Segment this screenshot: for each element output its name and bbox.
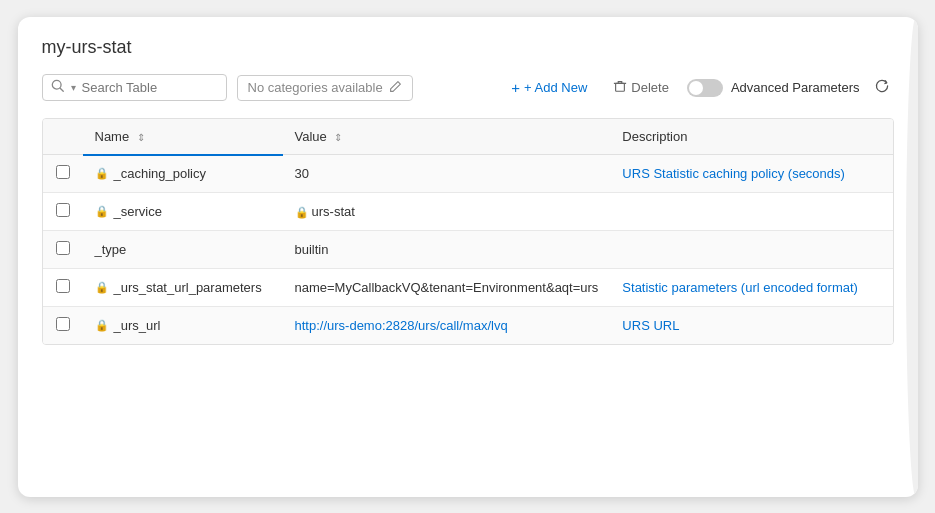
col-desc-label: Description	[622, 129, 687, 144]
row-checkbox-cell[interactable]	[43, 269, 83, 307]
advanced-params-toggle-wrap: Advanced Parameters	[687, 79, 860, 97]
row-value-cell: builtin	[283, 231, 611, 269]
refresh-button[interactable]	[870, 74, 894, 102]
row-description: URS Statistic caching policy (seconds)	[622, 166, 845, 181]
search-box[interactable]: ▾	[42, 74, 227, 101]
table-row: 🔒_urs_urlhttp://urs-demo:2828/urs/call/m…	[43, 307, 893, 345]
toolbar: ▾ No categories available + + Add New	[42, 74, 894, 102]
table-row: 🔒_urs_stat_url_parametersname=MyCallback…	[43, 269, 893, 307]
search-input[interactable]	[82, 80, 218, 95]
lock-icon: 🔒	[295, 206, 309, 218]
row-value-cell: http://urs-demo:2828/urs/call/max/lvq	[283, 307, 611, 345]
col-name-label: Name	[95, 129, 130, 144]
lock-icon: 🔒	[95, 281, 109, 294]
row-checkbox[interactable]	[56, 165, 70, 179]
row-value: builtin	[295, 242, 329, 257]
row-name-cell: 🔒_caching_policy	[83, 155, 283, 193]
page-title: my-urs-stat	[42, 37, 894, 58]
row-value: urs-stat	[312, 204, 355, 219]
row-name-cell: 🔒_urs_url	[83, 307, 283, 345]
data-table: Name ⇕ Value ⇕ Description 🔒_caching_pol…	[43, 119, 893, 345]
row-name: _service	[114, 204, 162, 219]
row-value: name=MyCallbackVQ&tenant=Environment&aqt…	[295, 280, 599, 295]
row-checkbox[interactable]	[56, 203, 70, 217]
trash-icon	[613, 79, 627, 96]
table-row: _typebuiltin	[43, 231, 893, 269]
add-new-label: + Add New	[524, 80, 587, 95]
add-icon: +	[511, 79, 520, 96]
row-description-cell: URS Statistic caching policy (seconds)	[610, 155, 892, 193]
row-name: _caching_policy	[114, 166, 207, 181]
name-sort-icon: ⇕	[137, 132, 145, 143]
row-description-cell	[610, 193, 892, 231]
search-icon	[51, 79, 65, 96]
row-value-cell: 30	[283, 155, 611, 193]
row-checkbox[interactable]	[56, 279, 70, 293]
row-name: _urs_url	[114, 318, 161, 333]
row-value-link[interactable]: http://urs-demo:2828/urs/call/max/lvq	[295, 318, 508, 333]
advanced-params-toggle[interactable]	[687, 79, 723, 97]
row-value-cell: 🔒urs-stat	[283, 193, 611, 231]
lock-icon: 🔒	[95, 205, 109, 218]
row-name: _type	[95, 242, 127, 257]
delete-label: Delete	[631, 80, 669, 95]
row-checkbox[interactable]	[56, 317, 70, 331]
row-description: URS URL	[622, 318, 679, 333]
value-sort-icon: ⇕	[334, 132, 342, 143]
categories-box: No categories available	[237, 75, 413, 101]
col-header-description: Description	[610, 119, 892, 155]
row-description-cell: URS URL	[610, 307, 892, 345]
row-name: _urs_stat_url_parameters	[114, 280, 262, 295]
table-row: 🔒_service🔒urs-stat	[43, 193, 893, 231]
col-header-value[interactable]: Value ⇕	[283, 119, 611, 155]
row-checkbox-cell[interactable]	[43, 193, 83, 231]
add-new-button[interactable]: + + Add New	[503, 75, 595, 100]
row-checkbox-cell[interactable]	[43, 231, 83, 269]
table-row: 🔒_caching_policy30URS Statistic caching …	[43, 155, 893, 193]
table-header-row: Name ⇕ Value ⇕ Description	[43, 119, 893, 155]
row-description: Statistic parameters (url encoded format…	[622, 280, 858, 295]
svg-line-1	[60, 88, 63, 91]
row-name-cell: 🔒_urs_stat_url_parameters	[83, 269, 283, 307]
row-value: 30	[295, 166, 309, 181]
row-name-cell: _type	[83, 231, 283, 269]
row-checkbox[interactable]	[56, 241, 70, 255]
categories-label: No categories available	[248, 80, 383, 95]
col-header-checkbox	[43, 119, 83, 155]
col-value-label: Value	[295, 129, 327, 144]
lock-icon: 🔒	[95, 167, 109, 180]
main-card: my-urs-stat ▾ No categories available	[18, 17, 918, 497]
lock-icon: 🔒	[95, 319, 109, 332]
row-description-cell	[610, 231, 892, 269]
row-description-cell: Statistic parameters (url encoded format…	[610, 269, 892, 307]
row-checkbox-cell[interactable]	[43, 307, 83, 345]
row-checkbox-cell[interactable]	[43, 155, 83, 193]
edit-icon[interactable]	[389, 80, 402, 96]
search-dropdown-button[interactable]: ▾	[71, 82, 76, 93]
svg-rect-2	[616, 83, 625, 91]
row-value-cell: name=MyCallbackVQ&tenant=Environment&aqt…	[283, 269, 611, 307]
advanced-params-label: Advanced Parameters	[731, 80, 860, 95]
row-name-cell: 🔒_service	[83, 193, 283, 231]
data-table-wrap: Name ⇕ Value ⇕ Description 🔒_caching_pol…	[42, 118, 894, 346]
delete-button[interactable]: Delete	[605, 75, 677, 100]
col-header-name[interactable]: Name ⇕	[83, 119, 283, 155]
